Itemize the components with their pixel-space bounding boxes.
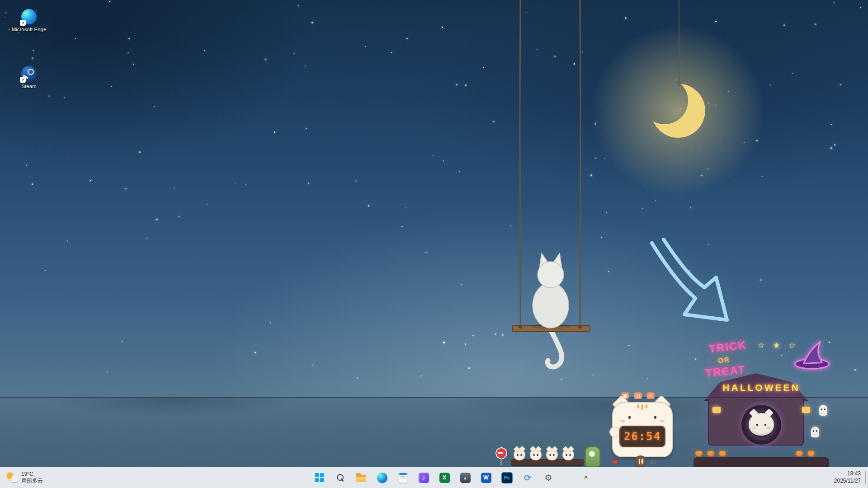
- taskbar-excel-button[interactable]: X: [439, 469, 450, 487]
- mini-cat: [530, 449, 542, 460]
- taskbar-start-button[interactable]: [314, 469, 326, 487]
- weather-widget-button[interactable]: 19°C 局部多云: [2, 469, 47, 487]
- desktop-screen: ↗ Microsoft Edge ↗ Steam TRICK OR TREAT …: [0, 0, 868, 488]
- cat-clock-widget[interactable]: ▣ ▢ × 26:54 1/3: [609, 392, 675, 469]
- tray-date: 2025/11/27: [834, 478, 861, 485]
- photoshop-icon: Ps: [501, 472, 513, 483]
- taskbar: 19°C 局部多云 ♪ X: [0, 467, 868, 488]
- mini-cat: [562, 449, 574, 460]
- word-icon: W: [481, 473, 491, 483]
- notepad-icon: [399, 473, 407, 483]
- cat-train-widget[interactable]: [495, 446, 601, 467]
- taskbar-photoshop-button[interactable]: Ps: [501, 469, 513, 487]
- green-hooded-cat: [585, 446, 600, 467]
- weather-text: 19°C 局部多云: [21, 471, 43, 484]
- shortcut-arrow-icon: ↗: [20, 77, 26, 83]
- pumpkin-icon: [695, 450, 703, 456]
- weather-temp: 19°C: [21, 471, 43, 478]
- dj-cat-face: [749, 413, 774, 436]
- pumpkin-icon: [719, 450, 726, 456]
- clock-control-bar: ▣ ▢ ×: [621, 392, 655, 399]
- neon-text-or: OR: [717, 355, 730, 364]
- clock-close-button[interactable]: ×: [646, 392, 655, 399]
- taskbar-music-button[interactable]: ♪: [418, 469, 429, 487]
- taskbar-notepad-button[interactable]: [397, 469, 409, 487]
- glowing-window: [712, 407, 721, 413]
- stop-sign-icon: [495, 447, 507, 459]
- taskbar-search-button[interactable]: [335, 469, 346, 487]
- cat-cheek: [620, 420, 625, 422]
- folder-icon: [356, 475, 366, 482]
- cat-paw: [609, 427, 620, 437]
- mini-cat: [546, 449, 558, 460]
- ladybug-icon: [612, 459, 618, 464]
- windows-logo-icon: [315, 473, 324, 482]
- shortcut-arrow-icon: ↗: [20, 20, 26, 26]
- clock-display: 26:54: [619, 426, 665, 447]
- desktop-icon-steam[interactable]: ↗ Steam: [10, 66, 48, 89]
- desktop-icon-edge[interactable]: ↗ Microsoft Edge: [10, 9, 48, 33]
- weather-condition: 局部多云: [21, 478, 43, 484]
- taskbar-sync-button[interactable]: ⟳: [522, 469, 533, 487]
- taskbar-settings-button[interactable]: ⚙: [542, 469, 554, 487]
- tray-hidden-icons-chevron[interactable]: ^: [580, 469, 592, 487]
- tray-time: 18:43: [834, 470, 861, 478]
- steam-piston-knob: [28, 69, 34, 75]
- music-app-icon: ♪: [419, 473, 429, 483]
- taskbar-edge-button[interactable]: [376, 469, 388, 487]
- cat-cheek: [660, 420, 665, 422]
- pumpkin-icon: [707, 450, 714, 456]
- system-tray: 18:43 2025/11/27: [831, 469, 863, 487]
- taskbar-photos-button[interactable]: ▲: [459, 469, 471, 487]
- witch-hat-icon: [792, 339, 832, 371]
- cat-head-stripes: [637, 404, 647, 410]
- photos-app-icon: ▲: [460, 473, 471, 483]
- search-icon: [336, 473, 345, 482]
- clock-expand-button[interactable]: ▢: [634, 392, 642, 399]
- page-indicator: 1/3: [650, 460, 656, 465]
- settings-gear-icon: ⚙: [544, 474, 552, 482]
- ghost-icon: [811, 427, 819, 437]
- desktop-icon-label: Microsoft Edge: [12, 26, 47, 33]
- taskbar-app-area: ♪ X ▲ W Ps ⟳ ⚙: [314, 467, 554, 488]
- dj-cat: [749, 413, 774, 436]
- cat-clock-body: 26:54: [612, 402, 673, 457]
- cat-eye: [628, 416, 631, 419]
- taskbar-word-button[interactable]: W: [480, 469, 492, 487]
- edge-icon: [377, 473, 387, 483]
- excel-icon: X: [439, 473, 450, 483]
- pause-button[interactable]: [635, 455, 646, 467]
- taskbar-explorer-button[interactable]: [355, 469, 367, 487]
- weather-icon: [6, 472, 18, 483]
- pumpkin-icon: [807, 450, 815, 456]
- show-desktop-button[interactable]: [865, 471, 868, 484]
- glowing-window: [802, 407, 810, 413]
- cat-eye: [654, 416, 656, 419]
- cloud-icon: [10, 478, 18, 482]
- neon-text-halloween: HALLOWEEN: [691, 382, 832, 393]
- halloween-widget[interactable]: TRICK OR TREAT ☆ ★ ☆ HALLOWEEN: [691, 338, 832, 468]
- sync-icon: ⟳: [524, 474, 531, 482]
- hand-drawn-arrow: [642, 235, 741, 334]
- pumpkin-icon: [796, 450, 803, 456]
- neon-text-trick: TRICK: [708, 338, 747, 356]
- mini-cat: [514, 449, 525, 460]
- tray-clock[interactable]: 18:43 2025/11/27: [831, 469, 863, 485]
- edge-icon: ↗: [21, 9, 37, 24]
- desktop-icon-label: Steam: [21, 83, 36, 89]
- ghost-icon: [819, 405, 827, 416]
- clock-time: 26:54: [624, 430, 661, 443]
- steam-icon: ↗: [21, 66, 37, 81]
